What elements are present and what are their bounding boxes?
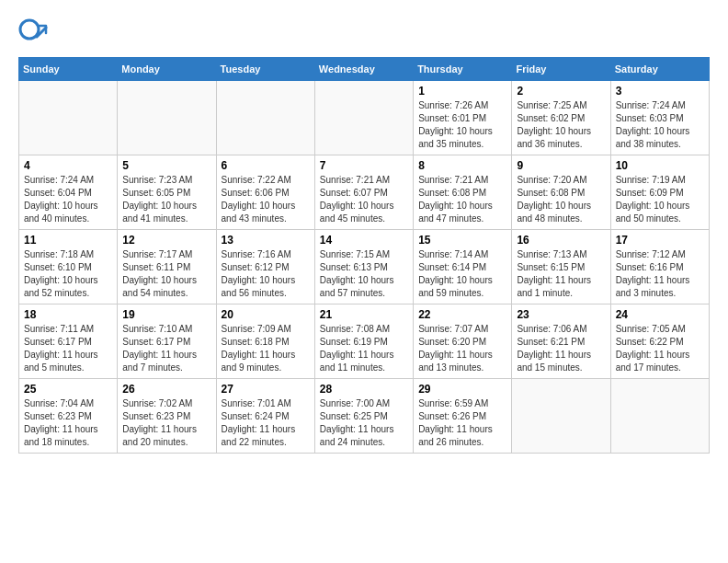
day-header-sunday: Sunday — [19, 58, 118, 81]
day-number: 5 — [122, 159, 210, 172]
calendar-cell: 5Sunrise: 7:23 AMSunset: 6:05 PMDaylight… — [118, 155, 216, 230]
calendar-cell: 23Sunrise: 7:06 AMSunset: 6:21 PMDayligh… — [512, 304, 610, 379]
day-header-monday: Monday — [118, 58, 216, 81]
day-info: Sunrise: 7:25 AMSunset: 6:02 PMDaylight:… — [517, 99, 605, 151]
day-number: 22 — [418, 308, 506, 321]
calendar-cell — [512, 379, 610, 454]
calendar-cell: 20Sunrise: 7:09 AMSunset: 6:18 PMDayligh… — [216, 304, 314, 379]
calendar-cell: 17Sunrise: 7:12 AMSunset: 6:16 PMDayligh… — [610, 230, 709, 304]
day-info: Sunrise: 7:16 AMSunset: 6:12 PMDaylight:… — [222, 248, 310, 300]
day-info: Sunrise: 7:06 AMSunset: 6:21 PMDaylight:… — [517, 323, 605, 374]
day-number: 27 — [222, 383, 310, 396]
day-info: Sunrise: 7:26 AMSunset: 6:01 PMDaylight:… — [418, 99, 506, 151]
calendar-cell: 9Sunrise: 7:20 AMSunset: 6:08 PMDaylight… — [512, 155, 610, 230]
day-info: Sunrise: 7:10 AMSunset: 6:17 PMDaylight:… — [122, 323, 210, 374]
day-info: Sunrise: 7:09 AMSunset: 6:18 PMDaylight:… — [222, 323, 310, 374]
calendar-cell: 26Sunrise: 7:02 AMSunset: 6:23 PMDayligh… — [118, 379, 216, 454]
day-info: Sunrise: 7:05 AMSunset: 6:22 PMDaylight:… — [616, 323, 704, 374]
day-info: Sunrise: 7:20 AMSunset: 6:08 PMDaylight:… — [517, 174, 605, 225]
calendar-cell: 24Sunrise: 7:05 AMSunset: 6:22 PMDayligh… — [610, 304, 709, 379]
day-info: Sunrise: 7:21 AMSunset: 6:07 PMDaylight:… — [320, 174, 408, 225]
day-number: 2 — [517, 85, 605, 98]
calendar-cell: 10Sunrise: 7:19 AMSunset: 6:09 PMDayligh… — [610, 155, 709, 230]
day-number: 21 — [320, 308, 408, 321]
day-number: 8 — [418, 159, 506, 172]
calendar-cell: 6Sunrise: 7:22 AMSunset: 6:06 PMDaylight… — [216, 155, 314, 230]
calendar-cell: 4Sunrise: 7:24 AMSunset: 6:04 PMDaylight… — [19, 155, 118, 230]
day-info: Sunrise: 7:00 AMSunset: 6:25 PMDaylight:… — [320, 397, 408, 449]
week-row-1: 1Sunrise: 7:26 AMSunset: 6:01 PMDaylight… — [19, 81, 710, 155]
calendar-cell: 3Sunrise: 7:24 AMSunset: 6:03 PMDaylight… — [610, 81, 709, 155]
logo — [18, 18, 50, 48]
calendar-cell — [19, 81, 118, 155]
calendar-cell: 18Sunrise: 7:11 AMSunset: 6:17 PMDayligh… — [19, 304, 118, 379]
day-number: 3 — [616, 85, 704, 98]
day-info: Sunrise: 7:21 AMSunset: 6:08 PMDaylight:… — [418, 174, 506, 225]
day-number: 6 — [222, 159, 310, 172]
calendar-table: SundayMondayTuesdayWednesdayThursdayFrid… — [18, 57, 710, 454]
calendar-cell: 12Sunrise: 7:17 AMSunset: 6:11 PMDayligh… — [118, 230, 216, 304]
calendar-cell: 11Sunrise: 7:18 AMSunset: 6:10 PMDayligh… — [19, 230, 118, 304]
day-number: 1 — [418, 85, 506, 98]
calendar-cell: 8Sunrise: 7:21 AMSunset: 6:08 PMDaylight… — [414, 155, 512, 230]
calendar-cell: 2Sunrise: 7:25 AMSunset: 6:02 PMDaylight… — [512, 81, 610, 155]
day-number: 18 — [24, 308, 112, 321]
logo-icon — [18, 18, 48, 48]
calendar-cell: 16Sunrise: 7:13 AMSunset: 6:15 PMDayligh… — [512, 230, 610, 304]
day-number: 4 — [24, 159, 112, 172]
day-info: Sunrise: 7:18 AMSunset: 6:10 PMDaylight:… — [24, 248, 112, 300]
day-info: Sunrise: 7:07 AMSunset: 6:20 PMDaylight:… — [418, 323, 506, 374]
day-header-wednesday: Wednesday — [314, 58, 413, 81]
day-number: 26 — [122, 383, 210, 396]
day-info: Sunrise: 7:11 AMSunset: 6:17 PMDaylight:… — [24, 323, 112, 374]
day-number: 11 — [24, 234, 112, 247]
day-number: 19 — [122, 308, 210, 321]
week-row-3: 11Sunrise: 7:18 AMSunset: 6:10 PMDayligh… — [19, 230, 710, 304]
calendar-cell: 27Sunrise: 7:01 AMSunset: 6:24 PMDayligh… — [216, 379, 314, 454]
day-header-saturday: Saturday — [610, 58, 709, 81]
day-number: 17 — [616, 234, 704, 247]
day-info: Sunrise: 7:13 AMSunset: 6:15 PMDaylight:… — [517, 248, 605, 300]
day-header-friday: Friday — [512, 58, 610, 81]
day-info: Sunrise: 7:02 AMSunset: 6:23 PMDaylight:… — [122, 397, 210, 449]
day-number: 13 — [222, 234, 310, 247]
day-info: Sunrise: 7:14 AMSunset: 6:14 PMDaylight:… — [418, 248, 506, 300]
day-number: 15 — [418, 234, 506, 247]
days-header-row: SundayMondayTuesdayWednesdayThursdayFrid… — [19, 58, 710, 81]
day-number: 10 — [616, 159, 704, 172]
day-number: 23 — [517, 308, 605, 321]
day-info: Sunrise: 7:22 AMSunset: 6:06 PMDaylight:… — [222, 174, 310, 225]
day-number: 29 — [418, 383, 506, 396]
day-number: 12 — [122, 234, 210, 247]
calendar-cell: 13Sunrise: 7:16 AMSunset: 6:12 PMDayligh… — [216, 230, 314, 304]
day-info: Sunrise: 6:59 AMSunset: 6:26 PMDaylight:… — [418, 397, 506, 449]
calendar-cell: 25Sunrise: 7:04 AMSunset: 6:23 PMDayligh… — [19, 379, 118, 454]
day-info: Sunrise: 7:08 AMSunset: 6:19 PMDaylight:… — [320, 323, 408, 374]
day-number: 16 — [517, 234, 605, 247]
day-info: Sunrise: 7:04 AMSunset: 6:23 PMDaylight:… — [24, 397, 112, 449]
week-row-2: 4Sunrise: 7:24 AMSunset: 6:04 PMDaylight… — [19, 155, 710, 230]
calendar-cell — [610, 379, 709, 454]
calendar-cell: 22Sunrise: 7:07 AMSunset: 6:20 PMDayligh… — [414, 304, 512, 379]
header — [18, 18, 710, 48]
day-info: Sunrise: 7:12 AMSunset: 6:16 PMDaylight:… — [616, 248, 704, 300]
calendar-cell: 7Sunrise: 7:21 AMSunset: 6:07 PMDaylight… — [314, 155, 413, 230]
day-info: Sunrise: 7:24 AMSunset: 6:03 PMDaylight:… — [616, 99, 704, 151]
day-info: Sunrise: 7:01 AMSunset: 6:24 PMDaylight:… — [222, 397, 310, 449]
day-number: 14 — [320, 234, 408, 247]
day-number: 9 — [517, 159, 605, 172]
calendar-cell — [216, 81, 314, 155]
day-number: 28 — [320, 383, 408, 396]
day-info: Sunrise: 7:24 AMSunset: 6:04 PMDaylight:… — [24, 174, 112, 225]
day-info: Sunrise: 7:17 AMSunset: 6:11 PMDaylight:… — [122, 248, 210, 300]
day-header-thursday: Thursday — [414, 58, 512, 81]
calendar-cell: 15Sunrise: 7:14 AMSunset: 6:14 PMDayligh… — [414, 230, 512, 304]
day-number: 7 — [320, 159, 408, 172]
week-row-4: 18Sunrise: 7:11 AMSunset: 6:17 PMDayligh… — [19, 304, 710, 379]
day-info: Sunrise: 7:19 AMSunset: 6:09 PMDaylight:… — [616, 174, 704, 225]
day-number: 20 — [222, 308, 310, 321]
calendar-cell: 14Sunrise: 7:15 AMSunset: 6:13 PMDayligh… — [314, 230, 413, 304]
day-info: Sunrise: 7:23 AMSunset: 6:05 PMDaylight:… — [122, 174, 210, 225]
calendar-cell: 1Sunrise: 7:26 AMSunset: 6:01 PMDaylight… — [414, 81, 512, 155]
day-header-tuesday: Tuesday — [216, 58, 314, 81]
